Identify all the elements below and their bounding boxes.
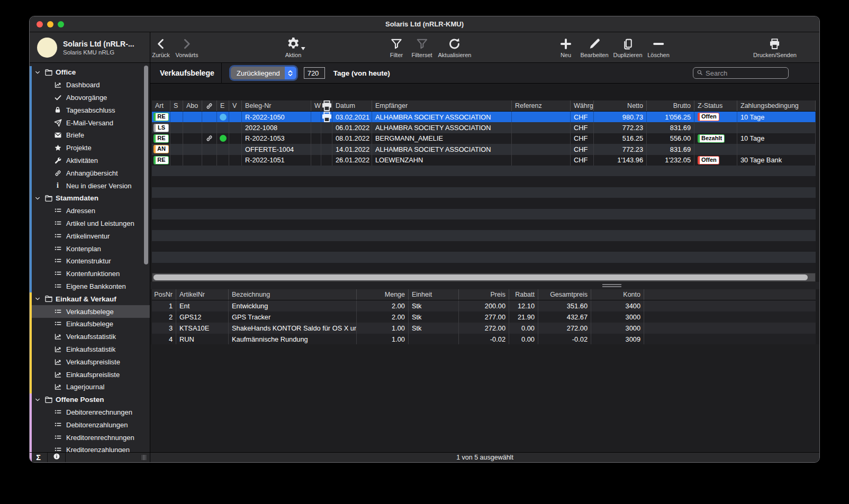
cell-brutto: 831.69 (647, 122, 694, 133)
toolbar-filter-button[interactable]: Filter (390, 35, 403, 58)
column-header-ref[interactable]: Referenz (512, 100, 571, 111)
pane-splitter[interactable] (150, 282, 819, 289)
detail-column-header-menge[interactable]: Menge (357, 289, 409, 300)
sidebar-nav: OfficeDashboardAbovorgängeTagesabschluss… (30, 63, 150, 452)
sidebar-folder[interactable]: Offene Posten (30, 393, 150, 406)
sidebar-item[interactable]: Kontenstruktur (30, 255, 150, 268)
detail-column-header-konto[interactable]: Konto (591, 289, 644, 300)
company-profile[interactable]: Solaris Ltd (nRLR-... Solaris KMU nRLG (30, 32, 150, 62)
sidebar-item[interactable]: Kontenplan (30, 242, 150, 255)
sidebar-scrollbar[interactable] (144, 66, 148, 264)
sidebar-folder[interactable]: Einkauf & Verkauf (30, 292, 150, 305)
toolbar-neu-button[interactable]: Neu (559, 35, 573, 58)
sidebar-item[interactable]: Dashboard (30, 79, 150, 91)
sidebar-folder[interactable]: Office (30, 66, 150, 79)
splitter-grip-icon[interactable] (602, 284, 621, 287)
column-header-link[interactable] (202, 100, 217, 111)
link-icon (53, 169, 62, 177)
minimize-window-button[interactable] (47, 21, 53, 28)
days-input[interactable] (304, 67, 325, 79)
column-header-e[interactable]: E (217, 100, 229, 111)
sidebar-item[interactable]: Projekte (30, 142, 150, 154)
toolbar-drucken-button[interactable]: Drucken/Senden (753, 35, 797, 58)
column-header-abo[interactable]: Abo (183, 100, 202, 111)
sidebar-item-label: Kontenstruktur (66, 257, 111, 265)
sidebar-item[interactable]: Abovorgänge (30, 91, 150, 104)
toolbar-zurueck-button[interactable]: Zurück (152, 35, 170, 58)
detail-column-header-artnr[interactable]: ArtikelNr (176, 289, 229, 300)
sidebar-item[interactable]: Artikel und Leistungen (30, 217, 150, 230)
detail-column-header-bez[interactable]: Bezeichnung (229, 289, 357, 300)
column-header-netto[interactable]: Netto (594, 100, 647, 111)
sidebar-item[interactable]: Eigene Bankkonten (30, 280, 150, 293)
sidebar-item[interactable]: Verkaufsbelege (30, 305, 150, 318)
document-row[interactable]: RER-2022-105126.01.2022LOEWENZAHNCHF1'14… (152, 155, 816, 166)
sidebar-item[interactable]: Kontenfunktionen (30, 268, 150, 280)
toolbar-bearbeiten-button[interactable]: Bearbeiten (580, 35, 608, 58)
titlebar[interactable]: Solaris Ltd (nRLR-KMU) (30, 16, 819, 32)
document-row[interactable]: RER-2022-105308.01.2022BERGMANN_AMELIECH… (152, 133, 816, 144)
document-row[interactable]: ANOFFERTE-100414.01.2022ALHAMBRA SOCIETY… (152, 144, 816, 154)
sidebar-item[interactable]: Lagerjournal (30, 381, 150, 393)
range-dropdown[interactable]: Zurückliegend (231, 67, 296, 79)
horizontal-scrollbar-thumb[interactable] (153, 274, 808, 280)
desktop: Solaris Ltd (nRLR-KMU) Solaris Ltd (nRLR… (0, 0, 849, 504)
column-header-s[interactable]: S (170, 100, 183, 111)
detail-column-header-gesamt[interactable]: Gesamtpreis (538, 289, 591, 300)
position-row[interactable]: 2GPS12GPS Tracker2.00Stk277.0021.90432.6… (152, 311, 816, 323)
toolbar-duplizieren-button[interactable]: Duplizieren (613, 35, 642, 58)
detail-column-header-posnr[interactable]: PosNr (152, 289, 176, 300)
horizontal-scrollbar-track[interactable] (152, 273, 816, 282)
zoom-window-button[interactable] (58, 21, 64, 28)
detail-column-header-preis[interactable]: Preis (459, 289, 509, 300)
detail-column-header-rabatt[interactable]: Rabatt (509, 289, 538, 300)
sidebar-item[interactable]: Debitorenrechnungen (30, 406, 150, 419)
close-window-button[interactable] (37, 21, 43, 28)
sidebar-item[interactable]: Einkaufsbelege (30, 318, 150, 331)
sidebar-item[interactable]: Kreditorenrechnungen (30, 431, 150, 444)
column-header-v[interactable]: V (229, 100, 242, 111)
detail-cell-preis: 277.00 (459, 311, 509, 323)
column-header-empf[interactable]: Empfänger (372, 100, 512, 111)
column-header-art[interactable]: Art (152, 100, 170, 111)
sidebar-item[interactable]: Einkaufspreisliste (30, 368, 150, 381)
toolbar-aktion-button[interactable]: Aktion (285, 35, 302, 58)
sidebar-item[interactable]: iNeu in dieser Version (30, 179, 150, 192)
sidebar-item[interactable]: Anhangübersicht (30, 167, 150, 179)
position-row[interactable]: 4RUNKaufmännische Rundung1.00-0.020.00-0… (152, 334, 816, 345)
column-header-print[interactable] (321, 100, 332, 111)
info-button[interactable] (48, 453, 66, 462)
sidebar-item[interactable]: Aktivitäten (30, 154, 150, 167)
position-row[interactable]: 1EntEntwicklung2.00Stk200.0012.10351.603… (152, 300, 816, 311)
sidebar-item[interactable]: E-Mail-Versand (30, 116, 150, 129)
position-row[interactable]: 3KTSA10EShakeHands KONTOR Saldo für OS X… (152, 323, 816, 334)
sidebar-resize-handle[interactable] (142, 453, 147, 462)
column-header-beleg[interactable]: Beleg-Nr (242, 100, 311, 111)
sidebar-item[interactable]: Debitorenzahlungen (30, 418, 150, 431)
search-input[interactable] (706, 69, 785, 77)
dropdown-caret-icon (301, 47, 305, 50)
sum-button[interactable]: Σ (30, 453, 48, 462)
toolbar-loeschen-button[interactable]: Löschen (647, 35, 670, 58)
detail-column-header-einheit[interactable]: Einheit (409, 289, 459, 300)
sidebar-item[interactable]: Tagesabschluss (30, 104, 150, 116)
column-header-brutto[interactable]: Brutto (647, 100, 694, 111)
column-header-datum[interactable]: Datum (332, 100, 372, 111)
sidebar-item[interactable]: Kreditorenzahlungen (30, 444, 150, 452)
cell-art: RE (152, 133, 170, 144)
sidebar-folder[interactable]: Stammdaten (30, 192, 150, 205)
sidebar-item[interactable]: Adressen (30, 205, 150, 217)
sidebar-item[interactable]: Einkaufsstatistik (30, 343, 150, 356)
sidebar-item[interactable]: Verkaufsstatistik (30, 331, 150, 343)
search-field[interactable] (693, 67, 789, 79)
sidebar-item[interactable]: Artikelinventur (30, 230, 150, 242)
column-header-waehrg[interactable]: Währg (571, 100, 594, 111)
sidebar-item[interactable]: Briefe (30, 129, 150, 142)
sidebar-item[interactable]: Verkaufspreisliste (30, 355, 150, 368)
column-header-zstatus[interactable]: Z-Status (694, 100, 737, 111)
document-row[interactable]: RER-2022-105003.02.2021ALHAMBRA SOCIETY … (152, 112, 816, 122)
column-header-w[interactable]: W (311, 100, 321, 111)
document-row[interactable]: LS2022-100806.01.2022ALHAMBRA SOCIETY AS… (152, 122, 816, 133)
toolbar-aktualisieren-button[interactable]: Aktualisieren (438, 35, 472, 58)
column-header-zahlung[interactable]: Zahlungsbedingung (737, 100, 816, 111)
